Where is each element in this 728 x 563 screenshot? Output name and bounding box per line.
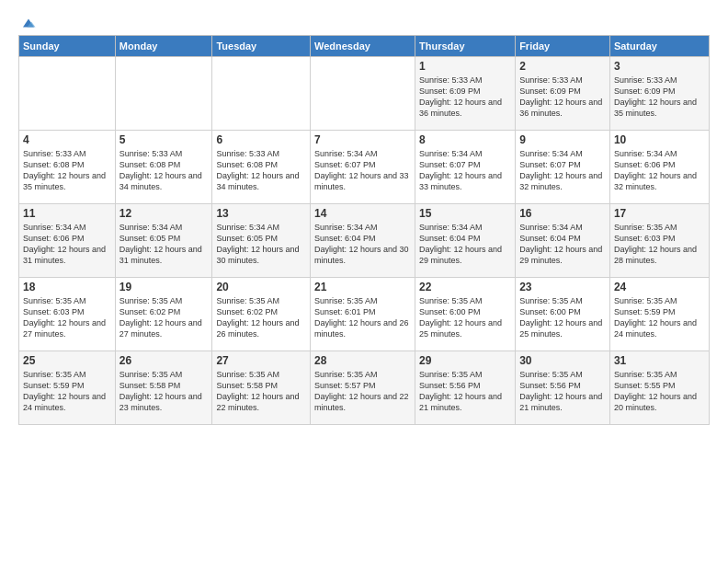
day-number: 28 (314, 354, 411, 367)
day-number: 14 (314, 207, 411, 220)
day-cell: 14Sunrise: 5:34 AMSunset: 6:04 PMDayligh… (311, 204, 415, 278)
logo-icon (20, 15, 37, 31)
day-number: 4 (23, 133, 111, 146)
day-cell: 4Sunrise: 5:33 AMSunset: 6:08 PMDaylight… (19, 131, 116, 204)
day-cell: 13Sunrise: 5:34 AMSunset: 6:05 PMDayligh… (212, 204, 311, 278)
day-info: Sunrise: 5:33 AMSunset: 6:08 PMDaylight:… (23, 148, 111, 193)
day-cell: 12Sunrise: 5:34 AMSunset: 6:05 PMDayligh… (115, 204, 212, 278)
day-info: Sunrise: 5:35 AMSunset: 5:56 PMDaylight:… (419, 369, 511, 414)
day-info: Sunrise: 5:33 AMSunset: 6:09 PMDaylight:… (614, 75, 705, 120)
day-info: Sunrise: 5:33 AMSunset: 6:08 PMDaylight:… (119, 148, 209, 193)
day-info: Sunrise: 5:35 AMSunset: 5:57 PMDaylight:… (314, 369, 411, 414)
day-number: 8 (419, 133, 511, 146)
day-cell (311, 57, 415, 131)
day-cell: 28Sunrise: 5:35 AMSunset: 5:57 PMDayligh… (311, 351, 415, 425)
day-cell: 6Sunrise: 5:33 AMSunset: 6:08 PMDaylight… (212, 131, 311, 204)
day-cell: 26Sunrise: 5:35 AMSunset: 5:58 PMDayligh… (115, 351, 212, 425)
logo (18, 15, 37, 28)
day-number: 13 (216, 207, 306, 220)
day-info: Sunrise: 5:34 AMSunset: 6:07 PMDaylight:… (314, 148, 411, 193)
day-cell (115, 57, 212, 131)
day-number: 12 (119, 207, 209, 220)
day-cell: 20Sunrise: 5:35 AMSunset: 6:02 PMDayligh… (212, 278, 311, 351)
day-cell (19, 57, 116, 131)
day-number: 20 (216, 281, 306, 293)
weekday-header-monday: Monday (115, 36, 212, 57)
day-cell: 2Sunrise: 5:33 AMSunset: 6:09 PMDaylight… (516, 57, 610, 131)
day-cell: 1Sunrise: 5:33 AMSunset: 6:09 PMDaylight… (415, 57, 516, 131)
day-info: Sunrise: 5:35 AMSunset: 6:00 PMDaylight:… (419, 295, 511, 340)
day-info: Sunrise: 5:33 AMSunset: 6:09 PMDaylight:… (519, 75, 606, 120)
day-number: 17 (614, 207, 705, 220)
day-info: Sunrise: 5:35 AMSunset: 6:02 PMDaylight:… (119, 295, 209, 340)
day-cell: 24Sunrise: 5:35 AMSunset: 5:59 PMDayligh… (609, 278, 709, 351)
day-number: 25 (23, 354, 111, 367)
week-row-2: 4Sunrise: 5:33 AMSunset: 6:08 PMDaylight… (19, 131, 710, 204)
week-row-5: 25Sunrise: 5:35 AMSunset: 5:59 PMDayligh… (19, 351, 710, 425)
day-info: Sunrise: 5:33 AMSunset: 6:08 PMDaylight:… (216, 148, 306, 193)
day-info: Sunrise: 5:34 AMSunset: 6:07 PMDaylight:… (419, 148, 511, 193)
day-number: 26 (119, 354, 209, 367)
day-info: Sunrise: 5:34 AMSunset: 6:06 PMDaylight:… (614, 148, 705, 193)
day-cell: 21Sunrise: 5:35 AMSunset: 6:01 PMDayligh… (311, 278, 415, 351)
weekday-header-saturday: Saturday (609, 36, 709, 57)
day-number: 24 (614, 281, 705, 293)
day-cell: 29Sunrise: 5:35 AMSunset: 5:56 PMDayligh… (415, 351, 516, 425)
day-info: Sunrise: 5:33 AMSunset: 6:09 PMDaylight:… (419, 75, 511, 120)
day-info: Sunrise: 5:34 AMSunset: 6:05 PMDaylight:… (119, 222, 209, 267)
day-number: 16 (519, 207, 606, 220)
day-info: Sunrise: 5:34 AMSunset: 6:04 PMDaylight:… (419, 222, 511, 267)
day-cell: 30Sunrise: 5:35 AMSunset: 5:56 PMDayligh… (516, 351, 610, 425)
day-info: Sunrise: 5:35 AMSunset: 5:58 PMDaylight:… (119, 369, 209, 414)
week-row-4: 18Sunrise: 5:35 AMSunset: 6:03 PMDayligh… (19, 278, 710, 351)
weekday-header-friday: Friday (516, 36, 610, 57)
day-info: Sunrise: 5:35 AMSunset: 5:59 PMDaylight:… (23, 369, 111, 414)
day-number: 7 (314, 133, 411, 146)
weekday-header-wednesday: Wednesday (311, 36, 415, 57)
day-number: 22 (419, 281, 511, 293)
day-cell: 22Sunrise: 5:35 AMSunset: 6:00 PMDayligh… (415, 278, 516, 351)
day-number: 18 (23, 281, 111, 293)
day-info: Sunrise: 5:35 AMSunset: 6:02 PMDaylight:… (216, 295, 306, 340)
day-info: Sunrise: 5:34 AMSunset: 6:07 PMDaylight:… (519, 148, 606, 193)
weekday-header-sunday: Sunday (19, 36, 116, 57)
day-info: Sunrise: 5:35 AMSunset: 6:03 PMDaylight:… (614, 222, 705, 267)
day-cell: 5Sunrise: 5:33 AMSunset: 6:08 PMDaylight… (115, 131, 212, 204)
day-number: 5 (119, 133, 209, 146)
day-number: 1 (419, 60, 511, 73)
weekday-header-row: SundayMondayTuesdayWednesdayThursdayFrid… (19, 36, 710, 57)
day-info: Sunrise: 5:34 AMSunset: 6:04 PMDaylight:… (314, 222, 411, 267)
calendar-table: SundayMondayTuesdayWednesdayThursdayFrid… (18, 35, 710, 425)
day-cell: 31Sunrise: 5:35 AMSunset: 5:55 PMDayligh… (609, 351, 709, 425)
day-cell: 25Sunrise: 5:35 AMSunset: 5:59 PMDayligh… (19, 351, 116, 425)
day-number: 6 (216, 133, 306, 146)
day-cell: 9Sunrise: 5:34 AMSunset: 6:07 PMDaylight… (516, 131, 610, 204)
day-cell: 7Sunrise: 5:34 AMSunset: 6:07 PMDaylight… (311, 131, 415, 204)
day-cell: 8Sunrise: 5:34 AMSunset: 6:07 PMDaylight… (415, 131, 516, 204)
day-info: Sunrise: 5:34 AMSunset: 6:06 PMDaylight:… (23, 222, 111, 267)
day-number: 30 (519, 354, 606, 367)
day-number: 10 (614, 133, 705, 146)
day-number: 19 (119, 281, 209, 293)
day-cell: 15Sunrise: 5:34 AMSunset: 6:04 PMDayligh… (415, 204, 516, 278)
day-info: Sunrise: 5:34 AMSunset: 6:05 PMDaylight:… (216, 222, 306, 267)
day-cell: 10Sunrise: 5:34 AMSunset: 6:06 PMDayligh… (609, 131, 709, 204)
day-number: 23 (519, 281, 606, 293)
day-cell: 18Sunrise: 5:35 AMSunset: 6:03 PMDayligh… (19, 278, 116, 351)
day-cell: 27Sunrise: 5:35 AMSunset: 5:58 PMDayligh… (212, 351, 311, 425)
day-info: Sunrise: 5:35 AMSunset: 5:59 PMDaylight:… (614, 295, 705, 340)
day-info: Sunrise: 5:35 AMSunset: 6:03 PMDaylight:… (23, 295, 111, 340)
day-cell: 19Sunrise: 5:35 AMSunset: 6:02 PMDayligh… (115, 278, 212, 351)
day-number: 15 (419, 207, 511, 220)
week-row-1: 1Sunrise: 5:33 AMSunset: 6:09 PMDaylight… (19, 57, 710, 131)
day-number: 9 (519, 133, 606, 146)
weekday-header-tuesday: Tuesday (212, 36, 311, 57)
header (18, 15, 710, 28)
day-number: 31 (614, 354, 705, 367)
day-cell: 11Sunrise: 5:34 AMSunset: 6:06 PMDayligh… (19, 204, 116, 278)
day-cell: 17Sunrise: 5:35 AMSunset: 6:03 PMDayligh… (609, 204, 709, 278)
day-number: 27 (216, 354, 306, 367)
weekday-header-thursday: Thursday (415, 36, 516, 57)
day-number: 11 (23, 207, 111, 220)
day-info: Sunrise: 5:35 AMSunset: 5:56 PMDaylight:… (519, 369, 606, 414)
